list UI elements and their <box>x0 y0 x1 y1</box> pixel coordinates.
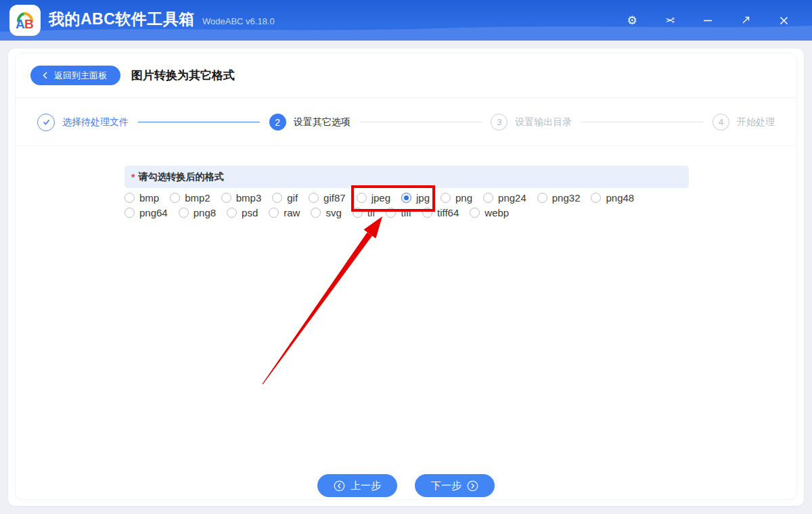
format-option-gif87[interactable]: gif87 <box>309 192 346 204</box>
app-logo: A B <box>9 5 41 36</box>
circle-chevron-left-icon <box>334 480 345 492</box>
radio-icon[interactable] <box>227 208 237 218</box>
radio-icon[interactable] <box>470 208 480 218</box>
resize-diagonal-icon[interactable] <box>727 0 765 41</box>
format-option-label: png24 <box>498 192 526 204</box>
radio-icon[interactable] <box>311 208 321 218</box>
step-3-output-directory: 3 设置输出目录 <box>491 114 572 131</box>
format-option-label: png64 <box>139 207 168 218</box>
format-section-header: * 请勾选转换后的格式 <box>125 166 689 188</box>
format-section-title: 请勾选转换后的格式 <box>138 171 223 183</box>
format-option-label: png <box>455 192 472 204</box>
wizard-navigation: 上一步 下一步 <box>16 474 796 497</box>
radio-icon[interactable] <box>483 193 493 203</box>
content-panel: 返回到主面板 图片转换为其它格式 选择待处理文件 2 设置其它选项 3 <box>15 53 797 500</box>
format-option-label: gif <box>287 192 298 204</box>
format-option-tif[interactable]: tif <box>353 207 376 218</box>
step-number-badge: 3 <box>491 114 508 131</box>
app-version: WodeABC v6.18.0 <box>202 16 275 26</box>
format-option-png24[interactable]: png24 <box>483 192 526 204</box>
format-option-jpeg[interactable]: jpeg <box>357 192 390 204</box>
radio-icon[interactable] <box>269 208 279 218</box>
previous-step-label: 上一步 <box>351 480 381 492</box>
format-option-bmp3[interactable]: bmp3 <box>221 192 262 204</box>
format-option-label: png8 <box>194 207 216 218</box>
step-connector <box>138 122 260 122</box>
format-option-label: bmp3 <box>236 192 262 204</box>
svg-text:B: B <box>24 17 34 31</box>
format-option-raw[interactable]: raw <box>269 207 300 218</box>
radio-icon[interactable] <box>386 208 396 218</box>
format-option-label: svg <box>325 207 341 218</box>
radio-icon[interactable] <box>422 208 432 218</box>
back-to-dashboard-button[interactable]: 返回到主面板 <box>30 66 120 85</box>
radio-icon[interactable] <box>125 193 135 203</box>
format-option-gif[interactable]: gif <box>272 192 298 204</box>
radio-icon[interactable] <box>221 193 231 203</box>
required-asterisk: * <box>131 172 135 183</box>
format-option-png32[interactable]: png32 <box>537 192 581 204</box>
format-option-png8[interactable]: png8 <box>179 207 216 218</box>
format-option-label: png32 <box>552 192 581 204</box>
radio-icon[interactable] <box>125 208 135 218</box>
radio-icon[interactable] <box>441 193 451 203</box>
step-2-set-options: 2 设置其它选项 <box>269 114 351 131</box>
format-option-webp[interactable]: webp <box>470 207 509 218</box>
format-options-row-2: png64png8psdrawsvgtiftifftiff64webp <box>125 205 634 220</box>
back-button-label: 返回到主面板 <box>54 70 107 82</box>
format-option-tiff64[interactable]: tiff64 <box>422 207 459 218</box>
radio-icon[interactable] <box>357 193 367 203</box>
step-label: 设置其它选项 <box>294 116 351 128</box>
format-option-label: gif87 <box>323 192 346 204</box>
format-option-bmp2[interactable]: bmp2 <box>170 192 210 204</box>
format-options-row-1: bmpbmp2bmp3gifgif87jpegjpgpngpng24png32p… <box>125 190 634 205</box>
format-option-jpg[interactable]: jpg <box>401 192 430 204</box>
format-options: bmpbmp2bmp3gifgif87jpegjpgpngpng24png32p… <box>125 190 634 220</box>
format-option-png[interactable]: png <box>441 192 472 204</box>
window-controls: ⚙ ✂ <box>613 0 803 41</box>
step-indicator: 选择待处理文件 2 设置其它选项 3 设置输出目录 4 开始处理 <box>16 99 796 146</box>
format-option-png48[interactable]: png48 <box>591 192 634 204</box>
radio-checked-icon[interactable] <box>401 193 411 203</box>
format-option-tiff[interactable]: tiff <box>386 207 411 218</box>
format-option-label: jpg <box>416 192 430 204</box>
step-done-check-icon <box>37 114 55 131</box>
radio-icon[interactable] <box>272 193 282 203</box>
radio-icon[interactable] <box>353 208 363 218</box>
page-header: 返回到主面板 图片转换为其它格式 <box>16 53 796 98</box>
format-option-psd[interactable]: psd <box>227 207 258 218</box>
svg-text:A: A <box>16 17 25 31</box>
format-option-svg[interactable]: svg <box>311 207 341 218</box>
format-option-png64[interactable]: png64 <box>125 207 168 218</box>
radio-icon[interactable] <box>537 193 547 203</box>
scissors-screenshot-icon[interactable]: ✂ <box>651 0 689 41</box>
next-step-button[interactable]: 下一步 <box>415 474 495 497</box>
step-4-start-processing: 4 开始处理 <box>713 114 775 131</box>
step-label: 设置输出目录 <box>515 116 572 128</box>
format-option-label: png48 <box>606 192 634 204</box>
step-connector <box>360 122 482 122</box>
circle-chevron-right-icon <box>467 480 478 492</box>
format-option-bmp[interactable]: bmp <box>125 192 159 204</box>
settings-gear-icon[interactable]: ⚙ <box>613 0 651 41</box>
main-card: 返回到主面板 图片转换为其它格式 选择待处理文件 2 设置其它选项 3 <box>8 49 804 506</box>
step-number-badge: 4 <box>713 114 729 131</box>
chevron-left-icon <box>41 71 49 80</box>
format-option-label: tif <box>367 207 376 218</box>
format-option-label: jpeg <box>371 192 390 204</box>
step-number-badge: 2 <box>269 114 286 131</box>
radio-icon[interactable] <box>170 193 180 203</box>
radio-icon[interactable] <box>309 193 319 203</box>
previous-step-button[interactable]: 上一步 <box>317 474 397 497</box>
minimize-icon[interactable] <box>689 0 727 41</box>
highlighted-option-group: jpegjpg <box>357 192 430 204</box>
radio-icon[interactable] <box>591 193 601 203</box>
step-label: 开始处理 <box>737 116 775 128</box>
step-1-select-files: 选择待处理文件 <box>37 114 129 131</box>
format-option-label: webp <box>484 207 509 218</box>
radio-icon[interactable] <box>179 208 189 218</box>
close-icon[interactable] <box>765 0 803 41</box>
step-label: 选择待处理文件 <box>62 116 129 128</box>
format-option-label: tiff64 <box>437 207 459 218</box>
app-title: 我的ABC软件工具箱 <box>49 9 195 30</box>
